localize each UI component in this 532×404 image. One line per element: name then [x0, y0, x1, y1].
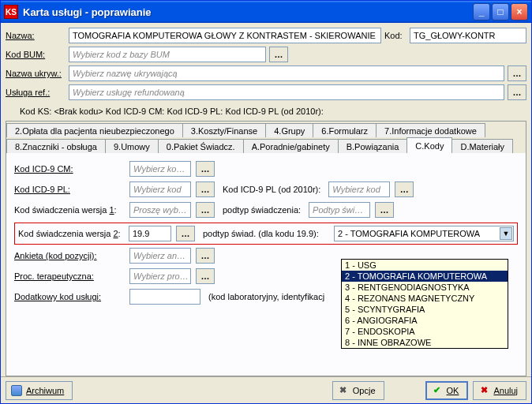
icd9pl-label: Kod ICD-9 PL: [14, 185, 125, 194]
dropdown-option[interactable]: 1 - USG [342, 260, 508, 271]
tab[interactable]: 4.Grupy [265, 123, 313, 137]
kodsw1-label: Kod świadczenia wersja 1: [14, 205, 125, 215]
podtyp1-label: podtyp świadczenia: [223, 205, 301, 215]
tab[interactable]: 3.Koszty/Finanse [182, 123, 266, 137]
kodsw2-input[interactable] [129, 226, 171, 241]
tab[interactable]: B.Powiązania [338, 139, 408, 153]
icd9pl-input[interactable] [129, 181, 191, 197]
dodatkowy-label: Dodatkowy kod usługi: [14, 292, 125, 301]
bottom-bar: Archiwum Opcje OK Anuluj [1, 376, 531, 403]
check-icon [432, 385, 443, 396]
kodsw2-row-highlight: Kod świadczenia wersja 2: … podtyp świad… [14, 223, 518, 245]
icd9pl-lookup-button[interactable]: … [196, 181, 215, 197]
kodsw2-lookup-button[interactable]: … [176, 226, 195, 241]
archive-icon [11, 385, 22, 396]
ankieta-label: Ankieta (kod pozycji): [14, 251, 125, 260]
ankieta-input[interactable] [129, 248, 191, 264]
tab[interactable]: 6.Formularz [313, 123, 377, 137]
tab[interactable]: 9.Umowy [105, 139, 159, 153]
tab[interactable]: 2.Opłata dla pacjenta nieubezpieczonego [6, 123, 183, 137]
proc-lookup-button[interactable]: … [196, 268, 215, 284]
kod-summary-row: Kod KS: <Brak kodu> Kod ICD-9 CM: Kod IC… [6, 103, 526, 121]
dropdown-option[interactable]: 7 - ENDOSKOPIA [342, 326, 508, 337]
kod-label: Kod: [384, 31, 406, 40]
titlebar: KS Karta usługi - poprawianie _ □ × [1, 1, 531, 23]
dropdown-option[interactable]: 3 - RENTGENODIAGNOSTYKA [342, 282, 508, 293]
dropdown-option[interactable]: 8 - INNE OBRAZOWE [342, 337, 508, 348]
chevron-down-icon[interactable]: ▼ [500, 227, 512, 240]
tab[interactable]: 8.Znaczniki - obsługa [6, 139, 106, 153]
app-icon: KS [4, 5, 18, 19]
podtyp2-combo[interactable]: 2 - TOMOGRAFIA KOMPUTEROWA ▼ [334, 226, 514, 241]
kod-bum-lookup-button[interactable]: … [269, 47, 288, 62]
tabstrip: 2.Opłata dla pacjenta nieubezpieczonego3… [6, 122, 526, 153]
podtyp1-lookup-button[interactable]: … [375, 202, 394, 218]
icd9cm-label: Kod ICD-9 CM: [14, 164, 125, 174]
dropdown-option[interactable]: 5 - SCYNTYGRAFIA [342, 304, 508, 315]
ok-button[interactable]: OK [425, 381, 469, 400]
icd9cm-input[interactable] [129, 161, 191, 177]
anuluj-button[interactable]: Anuluj [473, 381, 526, 400]
close-button[interactable]: × [511, 3, 528, 21]
kod-input[interactable] [410, 28, 526, 43]
tab[interactable]: C.Kody [406, 137, 452, 153]
podtyp2-label: podtyp świad. (dla kodu 19.9): [203, 229, 326, 238]
tools-icon [338, 385, 349, 396]
proc-input[interactable] [129, 268, 191, 284]
tab[interactable]: A.Poradnie/gabinety [243, 139, 339, 153]
dodatkowy-note: (kod laboratoryjny, identyfikacj [208, 292, 324, 301]
usluga-ref-input[interactable] [69, 84, 504, 100]
dropdown-option[interactable]: 6 - ANGIOGRAFIA [342, 315, 508, 326]
usluga-ref-lookup-button[interactable]: … [508, 84, 526, 100]
tab[interactable]: 0.Pakiet Świadcz. [158, 139, 244, 153]
podtyp2-combo-value: 2 - TOMOGRAFIA KOMPUTEROWA [338, 229, 480, 238]
tab-pane-kody: Kod ICD-9 CM: … Kod ICD-9 PL: … Kod ICD-… [6, 153, 526, 376]
dodatkowy-input[interactable] [129, 289, 200, 305]
kodsw1-lookup-button[interactable]: … [196, 202, 215, 218]
kodsw1-input[interactable] [129, 202, 191, 218]
ankieta-lookup-button[interactable]: … [196, 248, 215, 264]
nazwa-ukryw-input[interactable] [69, 65, 504, 81]
kod-bum-input[interactable] [69, 47, 266, 62]
cancel-icon [478, 385, 489, 396]
opcje-button[interactable]: Opcje [332, 381, 384, 400]
archiwum-button[interactable]: Archiwum [6, 381, 73, 400]
dropdown-option[interactable]: 2 - TOMOGRAFIA KOMPUTEROWA [342, 271, 508, 282]
tab[interactable]: D.Materiały [451, 139, 513, 153]
nazwa-ukryw-lookup-button[interactable]: … [508, 65, 526, 81]
kodsw2-label: Kod świadczenia wersja 2: [18, 229, 124, 238]
service-card-window: KS Karta usługi - poprawianie _ □ × Nazw… [0, 0, 532, 404]
nazwa-input[interactable] [69, 28, 381, 43]
dropdown-option[interactable]: 4 - REZONANS MAGNETYCZNY [342, 293, 508, 304]
kod-bum-label: Kod BUM: [6, 50, 66, 59]
icd9pl2010-lookup-button[interactable]: … [395, 181, 414, 197]
podtyp1-input[interactable] [309, 202, 370, 218]
nazwa-ukryw-label: Nazwa ukryw.: [6, 69, 66, 78]
maximize-button[interactable]: □ [492, 3, 509, 21]
window-title: Karta usługi - poprawianie [23, 6, 473, 18]
proc-label: Proc. terapeutyczna: [14, 271, 125, 281]
icd9pl2010-label: Kod ICD-9 PL (od 2010r): [223, 185, 320, 194]
tabs-container: 2.Opłata dla pacjenta nieubezpieczonego3… [6, 121, 526, 376]
nazwa-label: Nazwa: [6, 31, 66, 40]
icd9pl2010-input[interactable] [328, 181, 390, 197]
usluga-ref-label: Usługa ref.: [6, 88, 66, 97]
podtyp2-dropdown[interactable]: 1 - USG2 - TOMOGRAFIA KOMPUTEROWA3 - REN… [341, 259, 508, 349]
minimize-button[interactable]: _ [473, 3, 490, 21]
tab[interactable]: 7.Informacje dodatkowe [376, 123, 485, 137]
icd9cm-lookup-button[interactable]: … [196, 161, 215, 177]
